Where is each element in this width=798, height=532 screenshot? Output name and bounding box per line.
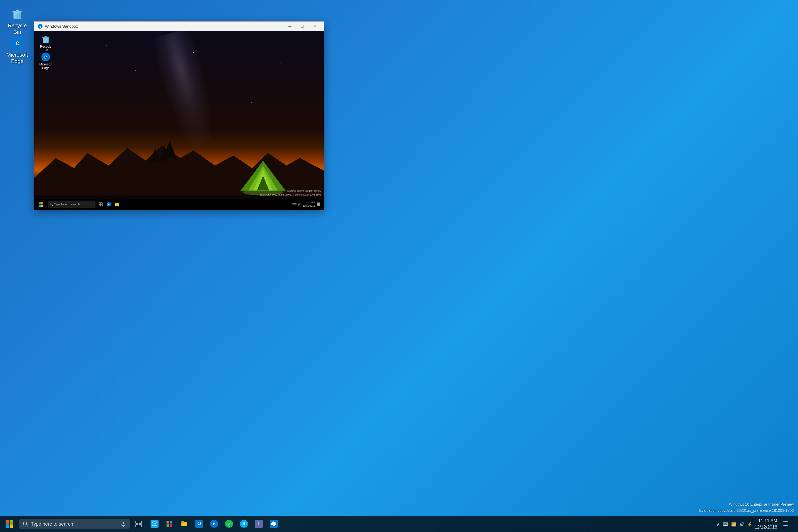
svg-rect-25 <box>39 202 41 204</box>
tray-icons: ∧ ⌨ 📶 🔊 ⚡ <box>717 521 753 527</box>
sandbox-fileexp-taskbar[interactable] <box>113 201 120 208</box>
version-line1: Windows 10 Enterprise Insider Preview <box>699 501 794 507</box>
tray-datetime[interactable]: 11:11 AM 12/12/2018 <box>755 518 777 530</box>
start-button[interactable] <box>2 516 17 532</box>
svg-text:e: e <box>108 203 110 206</box>
svg-rect-34 <box>101 205 102 206</box>
svg-rect-33 <box>99 205 100 206</box>
svg-rect-58 <box>182 521 184 523</box>
svg-rect-50 <box>136 525 138 527</box>
mail-icon <box>151 520 158 528</box>
windows-logo-icon <box>5 520 13 528</box>
teams-icon: T <box>255 520 263 528</box>
volume-icon[interactable]: 🔊 <box>739 521 744 527</box>
window-titlebar: e Windows Sandbox ─ □ ✕ <box>34 22 324 31</box>
taskbar-app-spotify[interactable]: ♪ <box>222 516 236 532</box>
sandbox-start-button[interactable] <box>35 199 46 210</box>
taskbar-apps: O e ♪ S T <box>147 516 281 532</box>
svg-rect-22 <box>45 36 47 37</box>
taskbar-app-edge[interactable]: e <box>207 516 221 532</box>
sandbox-action-center[interactable]: ⬜ <box>317 203 321 206</box>
svg-rect-41 <box>5 524 9 528</box>
svg-rect-28 <box>41 205 43 207</box>
svg-rect-48 <box>136 521 138 524</box>
recycle-bin-icon <box>11 7 24 21</box>
edge-icon: e <box>11 36 24 50</box>
svg-rect-20 <box>43 38 49 43</box>
taskbar-app-outlook[interactable]: O <box>192 516 206 532</box>
outlook-icon: O <box>195 520 203 528</box>
network-icon[interactable]: 📶 <box>731 521 737 527</box>
sandbox-icon-recycle-bin[interactable]: Recycle Bin <box>36 33 55 53</box>
search-placeholder: Type here to search <box>31 521 121 527</box>
desktop-icon-recycle-bin[interactable]: Recycle Bin <box>5 5 29 37</box>
svg-rect-42 <box>10 524 13 528</box>
sandbox-tray-icons: ⌨🔊 <box>292 203 301 206</box>
chevron-up-icon[interactable]: ∧ <box>717 521 720 527</box>
version-info: Windows 10 Enterprise Insider Preview Ev… <box>699 501 794 513</box>
svg-line-30 <box>52 205 53 206</box>
search-icon <box>23 521 28 527</box>
sandbox-edge-taskbar[interactable]: e <box>105 201 113 208</box>
svg-rect-55 <box>167 524 169 527</box>
svg-rect-27 <box>39 205 41 207</box>
svg-text:e: e <box>44 54 48 60</box>
svg-rect-56 <box>170 524 172 527</box>
system-tray: ∧ ⌨ 📶 🔊 ⚡ 11:11 AM 12/12/2018 <box>717 516 796 532</box>
desktop-icon-edge[interactable]: e Microsoft Edge <box>5 35 29 66</box>
sandbox-content: Recycle Bin e Microsoft Edge Windows 10 … <box>34 31 324 210</box>
main-taskbar: Type here to search <box>0 516 798 532</box>
taskbar-app-explorer[interactable] <box>177 516 191 532</box>
svg-rect-32 <box>101 203 102 204</box>
minimize-button[interactable]: ─ <box>284 22 296 31</box>
taskview-button[interactable] <box>132 516 145 532</box>
taskbar-app-teams[interactable]: T <box>252 516 266 532</box>
svg-point-29 <box>50 203 52 205</box>
sandbox-icon-edge[interactable]: e Microsoft Edge <box>36 51 55 71</box>
svg-rect-51 <box>139 525 141 527</box>
sandbox-version-info: Windows 10 Pro Insider Preview Evaluatio… <box>261 189 321 196</box>
unknown-app-icon <box>270 520 278 528</box>
battery-icon: ⚡ <box>747 521 753 527</box>
desktop-icon-edge-label: Microsoft Edge <box>6 52 28 64</box>
sandbox-version-line2: Evaluation copy. Build 18301.rs_prerelea… <box>261 193 321 197</box>
sandbox-tray-time: 7:11 PM 12/12/2018 <box>303 201 315 208</box>
sandbox-search-bar[interactable]: Type here to search <box>48 201 95 208</box>
taskbar-app-mail[interactable] <box>147 516 162 532</box>
spotify-icon: ♪ <box>225 520 233 528</box>
taskview-icon <box>135 521 142 527</box>
close-button[interactable]: ✕ <box>308 22 321 31</box>
svg-text:e: e <box>39 25 41 28</box>
desktop-icon-recycle-bin-label: Recycle Bin <box>7 22 28 35</box>
edge-taskbar-icon: e <box>210 520 218 528</box>
sandbox-version-line1: Windows 10 Pro Insider Preview <box>261 189 321 193</box>
sandbox-window: e Windows Sandbox ─ □ ✕ <box>34 21 324 210</box>
maximize-button[interactable]: □ <box>296 22 308 31</box>
taskbar-app-unknown[interactable] <box>267 516 281 532</box>
svg-text:e: e <box>15 39 19 47</box>
tray-date: 12/12/2018 <box>755 524 777 530</box>
store-icon <box>166 520 173 528</box>
svg-rect-45 <box>122 521 124 524</box>
file-explorer-icon <box>180 520 188 528</box>
svg-point-43 <box>23 522 26 525</box>
svg-rect-49 <box>139 521 141 524</box>
svg-rect-60 <box>783 521 788 525</box>
sandbox-taskbar-icons: e <box>97 201 120 208</box>
sandbox-recycle-bin-icon <box>41 34 51 44</box>
window-title-icon: e <box>38 24 43 29</box>
sandbox-taskview-icon[interactable] <box>97 201 104 208</box>
tray-time: 11:11 AM <box>755 518 777 524</box>
taskbar-app-skype[interactable]: S <box>237 516 251 532</box>
window-controls: ─ □ ✕ <box>284 22 321 31</box>
microphone-icon <box>121 521 126 527</box>
keyboard-icon: ⌨ <box>722 521 728 527</box>
sandbox-date: 12/12/2018 <box>303 204 315 208</box>
svg-rect-53 <box>167 521 169 524</box>
action-center-button[interactable] <box>779 516 792 532</box>
window-title: Windows Sandbox <box>45 24 284 28</box>
sandbox-edge-label: Microsoft Edge <box>38 62 54 70</box>
svg-rect-40 <box>10 520 13 524</box>
taskbar-search-bar[interactable]: Type here to search <box>19 519 130 529</box>
taskbar-app-store[interactable] <box>162 516 177 532</box>
